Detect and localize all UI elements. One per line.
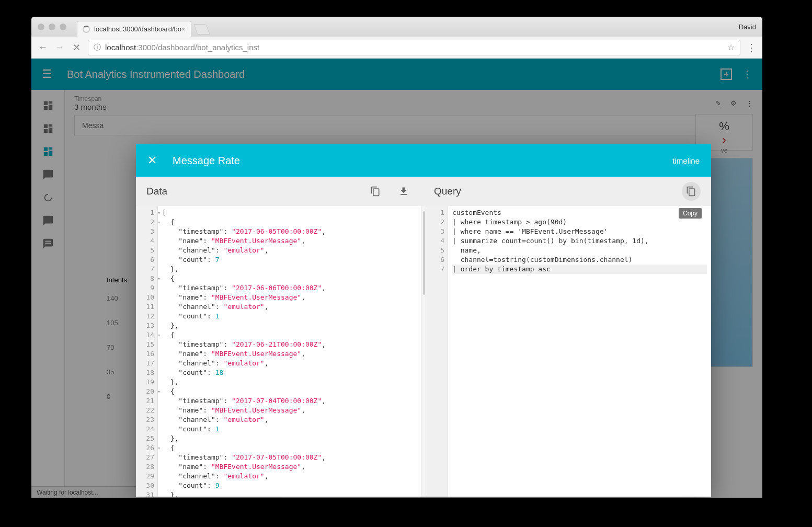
data-section-title: Data bbox=[146, 186, 167, 197]
minimize-window-icon[interactable] bbox=[49, 24, 55, 30]
new-tab-button[interactable] bbox=[193, 24, 210, 35]
copy-query-button[interactable] bbox=[682, 182, 701, 201]
url-port: :3000 bbox=[136, 43, 156, 52]
query-editor[interactable]: 1234567 customEvents| where timestamp > … bbox=[426, 206, 711, 497]
forward-button: → bbox=[54, 42, 65, 53]
site-info-icon[interactable]: ⓘ bbox=[94, 43, 101, 52]
data-gutter: 1234567891011121314151617181920212223242… bbox=[136, 206, 158, 497]
close-tab-icon[interactable]: × bbox=[181, 25, 186, 33]
stop-button[interactable]: ✕ bbox=[71, 42, 82, 53]
window-controls bbox=[38, 24, 66, 30]
modal-toolbar: Data Query bbox=[136, 177, 711, 206]
url-host: localhost bbox=[105, 43, 136, 52]
timeline-button[interactable]: timeline bbox=[672, 156, 700, 165]
message-rate-modal: ✕ Message Rate timeline Data Query bbox=[136, 144, 711, 497]
modal-header: ✕ Message Rate timeline bbox=[136, 144, 711, 177]
modal-body: 1234567891011121314151617181920212223242… bbox=[136, 206, 711, 497]
browser-menu-icon[interactable]: ⋮ bbox=[747, 42, 756, 53]
modal-title: Message Rate bbox=[173, 155, 240, 167]
maximize-window-icon[interactable] bbox=[60, 24, 66, 30]
data-code[interactable]: [ { "timestamp": "2017-06-05T00:00:00Z",… bbox=[158, 206, 421, 497]
pane-divider[interactable] bbox=[421, 206, 426, 497]
browser-title-bar: localhost:3000/dashboard/bo × David bbox=[31, 17, 762, 37]
query-code[interactable]: customEvents| where timestamp > ago(90d)… bbox=[448, 206, 711, 497]
close-icon[interactable]: ✕ bbox=[147, 154, 157, 167]
back-button[interactable]: ← bbox=[38, 42, 48, 53]
loading-spinner-icon bbox=[83, 26, 90, 33]
download-button[interactable] bbox=[394, 182, 413, 201]
browser-profile-name[interactable]: David bbox=[739, 23, 756, 31]
copy-data-button[interactable] bbox=[366, 182, 385, 201]
query-gutter: 1234567 bbox=[426, 206, 448, 497]
app-content: ☰ Bot Analytics Instrumented Dashboard +… bbox=[31, 59, 762, 498]
tab-title: localhost:3000/dashboard/bo bbox=[94, 25, 181, 33]
copy-tooltip: Copy bbox=[679, 208, 702, 219]
browser-toolbar: ← → ✕ ⓘ localhost:3000/dashboard/bot_ana… bbox=[31, 37, 762, 59]
bookmark-icon[interactable]: ☆ bbox=[727, 42, 735, 52]
query-section-title: Query bbox=[434, 186, 461, 197]
url-path: /dashboard/bot_analytics_inst bbox=[156, 43, 259, 52]
browser-window: localhost:3000/dashboard/bo × David ← → … bbox=[31, 17, 762, 498]
close-window-icon[interactable] bbox=[38, 24, 44, 30]
address-bar[interactable]: ⓘ localhost:3000/dashboard/bot_analytics… bbox=[88, 40, 740, 55]
browser-tab[interactable]: localhost:3000/dashboard/bo × bbox=[77, 21, 191, 37]
data-editor[interactable]: 1234567891011121314151617181920212223242… bbox=[136, 206, 421, 497]
